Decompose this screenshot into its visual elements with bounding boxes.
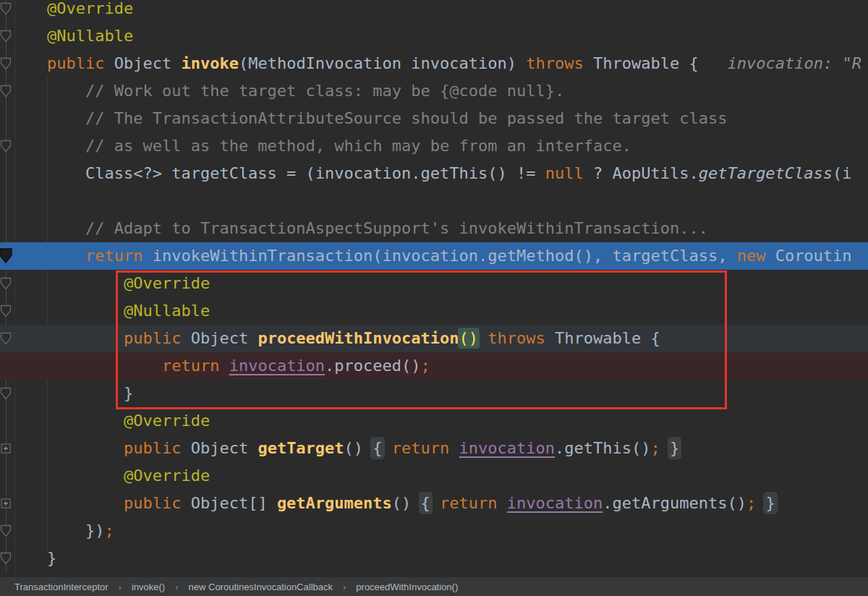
code-token: } [765,494,775,512]
code-token: // Adapt to TransactionAspectSupport's i… [85,219,708,237]
code-token [430,494,440,512]
fold-arrow-icon[interactable] [0,387,12,400]
code-token: public [124,494,181,512]
fold-arrow-icon[interactable] [0,30,12,43]
breadcrumb-item-3[interactable]: new CoroutinesInvocationCallback [184,582,337,592]
fold-plus-icon[interactable] [0,498,12,509]
code-token: public [47,54,104,72]
code-token: // The TransactionAttributeSource should… [85,109,727,127]
code-line-5[interactable]: // The TransactionAttributeSource should… [0,105,868,132]
code-token: @Override [124,274,210,292]
code-line-19[interactable]: public Object[] getArguments() { return … [0,490,868,517]
code-token: Class<?> targetClass = (invocation.getTh… [85,164,545,182]
code-token: @Override [47,0,133,17]
code-token: proceedWithInvocation [258,329,459,347]
code-token: { [421,494,430,512]
ide-window: @Override@Nullablepublic Object invoke(M… [0,0,868,596]
fold-plus-icon[interactable] [0,443,12,454]
code-line-20[interactable]: }); [0,517,868,545]
code-token: new [737,247,766,265]
code-token: ; [421,357,430,375]
code-token: null [545,164,584,182]
code-token: return [162,357,219,375]
fold-arrow-icon[interactable] [0,2,12,15]
code-line-7[interactable]: Class<?> targetClass = (invocation.getTh… [0,160,868,187]
code-line-4[interactable]: // Work out the target class: may be {@c… [0,77,868,105]
code-token: Throwable { [545,329,660,347]
code-line-18[interactable]: @Override [0,462,868,490]
code-token: @Override [124,412,210,430]
code-token [660,439,670,457]
code-token: (MethodInvocation invocation) [239,54,526,72]
fold-arrow-icon[interactable] [0,85,12,98]
code-line-17[interactable]: public Object getTarget() { return invoc… [0,435,868,462]
code-token [498,494,507,512]
code-token: @Nullable [124,302,210,320]
captured-variable-ref: invocation [229,357,325,375]
code-token: throws [488,329,545,347]
fold-arrow-icon[interactable] [0,332,12,345]
code-line-9[interactable]: // Adapt to TransactionAspectSupport's i… [0,215,868,242]
code-token: ? AopUtils. [584,164,699,182]
code-token: ; [104,522,114,540]
code-token: @Nullable [47,27,133,45]
code-line-15[interactable]: } [0,380,868,407]
captured-variable-ref: invocation [459,439,555,457]
code-line-10[interactable]: return invokeWithinTransaction(invocatio… [0,242,868,270]
code-line-6[interactable]: // as well as the method, which may be f… [0,132,868,160]
fold-arrow-icon[interactable] [0,57,12,70]
fold-arrow-icon[interactable] [0,140,12,153]
code-token: ; [651,439,660,457]
code-line-16[interactable]: @Override [0,407,868,435]
code-token: invoke [181,54,238,72]
code-token: invokeWithinTransaction(invocation.getMe… [142,247,736,265]
code-token: public [124,439,181,457]
code-line-8[interactable] [0,187,868,215]
code-token: getTargetClass [699,164,833,182]
code-token [449,439,459,457]
fold-arrow-icon[interactable] [0,305,12,318]
code-line-2[interactable]: @Nullable [0,22,868,50]
code-editor[interactable]: @Override@Nullablepublic Object invoke(M… [0,0,868,576]
fold-arrow-icon[interactable] [0,277,12,290]
matched-paren-highlight: () [459,329,479,347]
code-token: return [440,494,497,512]
code-line-13[interactable]: public Object proceedWithInvocation() th… [0,325,868,352]
code-token: Object [181,329,258,347]
code-token: // Work out the target class: may be {@c… [85,82,564,100]
captured-variable-ref: invocation [507,494,603,512]
code-line-14[interactable]: return invocation.proceed(); [0,352,868,380]
breadcrumb-separator-icon: › [337,582,352,592]
code-token: ; [746,494,756,512]
code-token: throws [526,54,583,72]
code-line-1[interactable]: @Override [0,0,868,22]
code-token: Coroutin [765,247,851,265]
code-token: (i [833,164,852,182]
code-token: .getArguments() [603,494,746,512]
code-token: return [392,439,449,457]
code-line-12[interactable]: @Nullable [0,297,868,325]
code-line-11[interactable]: @Override [0,270,868,297]
debugger-inline-hint: invocation: "R [699,54,861,72]
fold-arrow-icon[interactable] [0,552,12,565]
breadcrumb-item-4[interactable]: proceedWithInvocation() [352,582,462,592]
gutter-markers [0,0,17,576]
fold-arrow-icon[interactable] [0,524,12,537]
breadcrumb-separator-icon: › [169,582,184,592]
code-token [756,494,765,512]
code-token: getTarget [258,439,344,457]
code-token [219,357,229,375]
code-token: () [344,439,373,457]
code-token: } [124,384,133,402]
code-token: Object [104,54,181,72]
code-line-3[interactable]: public Object invoke(MethodInvocation in… [0,50,868,77]
breadcrumb-item-1[interactable]: TransactionInterceptor [10,582,113,592]
code-token: } [670,439,679,457]
code-line-21[interactable]: } [0,545,868,572]
breadcrumb-item-2[interactable]: invoke() [127,582,169,592]
code-token: getArguments [277,494,392,512]
code-token: () [392,494,421,512]
code-token: }) [85,522,105,540]
code-token: return [85,247,142,265]
breadcrumb-separator-icon: › [113,582,127,592]
